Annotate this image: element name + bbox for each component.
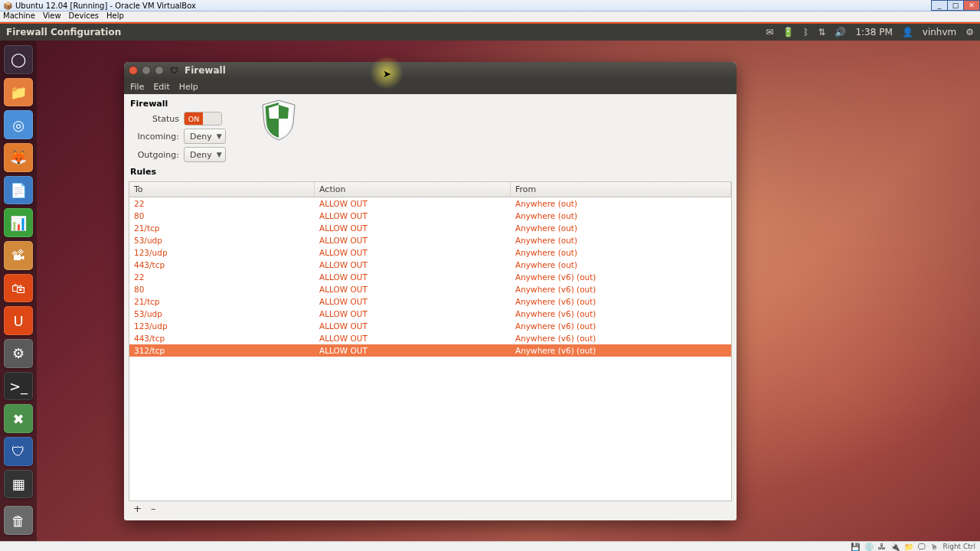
rule-from: Anywhere (v6) (out) [511, 284, 731, 295]
vbox-titlebar[interactable]: 📦 Ubuntu 12.04 [Running] - Oracle VM Vir… [0, 0, 980, 11]
vb-mouse-icon[interactable]: 🖱 [930, 543, 938, 551]
sound-indicator-icon[interactable]: 🔊 [835, 27, 846, 37]
rule-action: ALLOW OUT [315, 345, 511, 356]
window-close-button[interactable] [129, 66, 138, 75]
rule-row[interactable]: 312/tcpALLOW OUTAnywhere (v6) (out) [129, 344, 731, 357]
unity-launcher: ◯📁◎🦊📄📊📽🛍U⚙>_✖🛡▦🗑 [0, 41, 37, 541]
vb-hd-icon[interactable]: 💾 [851, 543, 860, 551]
incoming-value: Deny [190, 132, 212, 142]
rule-action: ALLOW OUT [315, 198, 511, 209]
launcher-gufw[interactable]: 🛡 [4, 437, 33, 466]
clock[interactable]: 1:38 PM [855, 27, 892, 37]
column-to[interactable]: To [129, 182, 315, 197]
rule-row[interactable]: 443/tcpALLOW OUTAnywhere (out) [129, 259, 731, 271]
vb-shared-icon[interactable]: 📁 [904, 543, 913, 551]
launcher-files[interactable]: 📁 [4, 78, 33, 107]
vb-host-key: Right Ctrl [942, 543, 975, 550]
rule-action: ALLOW OUT [315, 272, 511, 282]
launcher-terminal[interactable]: >_ [4, 372, 33, 401]
session-gear-icon[interactable]: ⚙ [965, 27, 974, 37]
menu-edit[interactable]: Edit [153, 82, 169, 92]
vbox-menu-devices[interactable]: Devices [69, 11, 99, 21]
rule-row[interactable]: 80ALLOW OUTAnywhere (out) [129, 210, 731, 222]
outgoing-combo[interactable]: Deny ▼ [184, 147, 226, 162]
status-value: ON [185, 112, 203, 125]
rule-row[interactable]: 21/tcpALLOW OUTAnywhere (v6) (out) [129, 295, 731, 308]
rule-row[interactable]: 21/tcpALLOW OUTAnywhere (out) [129, 222, 731, 234]
rule-from: Anywhere (v6) (out) [511, 333, 731, 344]
vbox-title: Ubuntu 12.04 [Running] - Oracle VM Virtu… [12, 2, 196, 10]
launcher-synaptic[interactable]: ✖ [4, 404, 33, 433]
rules-list[interactable]: 22ALLOW OUTAnywhere (out)80ALLOW OUTAnyw… [129, 197, 731, 357]
ubuntu-desktop: Firewall Configuration ✉ 🔋 ᛒ ⇅ 🔊 1:38 PM… [0, 22, 980, 541]
window-maximize-button[interactable] [155, 66, 164, 75]
ubuntu-top-panel: Firewall Configuration ✉ 🔋 ᛒ ⇅ 🔊 1:38 PM… [0, 22, 980, 41]
user-name[interactable]: vinhvm [923, 27, 956, 37]
rule-from: Anywhere (out) [511, 259, 731, 270]
network-indicator-icon[interactable]: ⇅ [818, 27, 825, 37]
launcher-dash[interactable]: ◯ [4, 45, 33, 74]
rules-table: To Action From 22ALLOW OUTAnywhere (out)… [129, 181, 732, 501]
status-toggle[interactable]: ON [184, 112, 222, 126]
mail-indicator-icon[interactable]: ✉ [766, 27, 773, 37]
vbox-minimize-button[interactable]: _ [931, 0, 948, 11]
column-from[interactable]: From [511, 182, 731, 197]
launcher-firefox[interactable]: 🦊 [4, 143, 33, 172]
launcher-writer[interactable]: 📄 [4, 176, 33, 205]
vb-usb-icon[interactable]: 🔌 [890, 543, 900, 551]
rule-to: 443/tcp [129, 333, 315, 344]
rule-from: Anywhere (out) [511, 223, 731, 233]
add-rule-button[interactable]: + [133, 503, 142, 514]
rule-from: Anywhere (v6) (out) [511, 321, 731, 331]
bluetooth-indicator-icon[interactable]: ᛒ [803, 27, 808, 37]
launcher-ubuntu-one[interactable]: U [4, 306, 33, 335]
window-titlebar[interactable]: 🛡 Firewall [124, 62, 737, 79]
menu-help[interactable]: Help [179, 82, 198, 92]
remove-rule-button[interactable]: – [151, 503, 156, 514]
rule-to: 53/udp [129, 235, 315, 246]
status-label: Status [136, 114, 179, 124]
rule-action: ALLOW OUT [315, 333, 511, 344]
rule-row[interactable]: 80ALLOW OUTAnywhere (v6) (out) [129, 283, 731, 295]
rule-action: ALLOW OUT [315, 210, 511, 221]
vbox-menu-view[interactable]: View [43, 11, 61, 21]
rule-row[interactable]: 123/udpALLOW OUTAnywhere (out) [129, 246, 731, 259]
vbox-close-button[interactable]: ✕ [963, 0, 980, 11]
incoming-combo[interactable]: Deny ▼ [184, 129, 226, 144]
rule-to: 80 [129, 284, 315, 295]
launcher-impress[interactable]: 📽 [4, 241, 33, 270]
column-action[interactable]: Action [315, 182, 511, 197]
rule-row[interactable]: 53/udpALLOW OUTAnywhere (out) [129, 234, 731, 246]
chevron-down-icon: ▼ [217, 151, 222, 158]
launcher-ubuntu-sw[interactable]: 🛍 [4, 274, 33, 303]
vbox-maximize-button[interactable]: □ [947, 0, 964, 11]
launcher-trash[interactable]: 🗑 [4, 506, 33, 535]
rule-to: 312/tcp [129, 345, 315, 356]
menu-file[interactable]: File [130, 82, 144, 92]
rule-from: Anywhere (v6) (out) [511, 296, 731, 307]
vbox-menu-help[interactable]: Help [106, 11, 124, 21]
rule-row[interactable]: 443/tcpALLOW OUTAnywhere (v6) (out) [129, 332, 731, 344]
rule-row[interactable]: 123/udpALLOW OUTAnywhere (v6) (out) [129, 320, 731, 332]
battery-indicator-icon[interactable]: 🔋 [782, 27, 794, 37]
rule-to: 53/udp [129, 308, 315, 319]
user-icon[interactable]: 👤 [902, 27, 913, 37]
launcher-chromium[interactable]: ◎ [4, 110, 33, 139]
outgoing-label: Outgoing: [136, 150, 179, 160]
launcher-workspace[interactable]: ▦ [4, 470, 33, 499]
vbox-menu-machine[interactable]: Machine [3, 11, 35, 21]
outgoing-value: Deny [190, 150, 212, 160]
rule-row[interactable]: 22ALLOW OUTAnywhere (out) [129, 197, 731, 210]
rule-to: 80 [129, 210, 315, 221]
vb-cd-icon[interactable]: 💿 [864, 543, 874, 551]
launcher-settings[interactable]: ⚙ [4, 339, 33, 368]
window-minimize-button[interactable] [142, 66, 151, 75]
rule-from: Anywhere (v6) (out) [511, 308, 731, 319]
vb-net-icon[interactable]: 🖧 [878, 543, 886, 551]
active-app-title: Firewall Configuration [6, 27, 121, 37]
rule-row[interactable]: 22ALLOW OUTAnywhere (v6) (out) [129, 271, 731, 283]
vbox-app-icon: 📦 [3, 2, 12, 10]
rule-row[interactable]: 53/udpALLOW OUTAnywhere (v6) (out) [129, 308, 731, 320]
vb-display-icon[interactable]: 🖵 [918, 543, 926, 551]
launcher-calc[interactable]: 📊 [4, 208, 33, 237]
